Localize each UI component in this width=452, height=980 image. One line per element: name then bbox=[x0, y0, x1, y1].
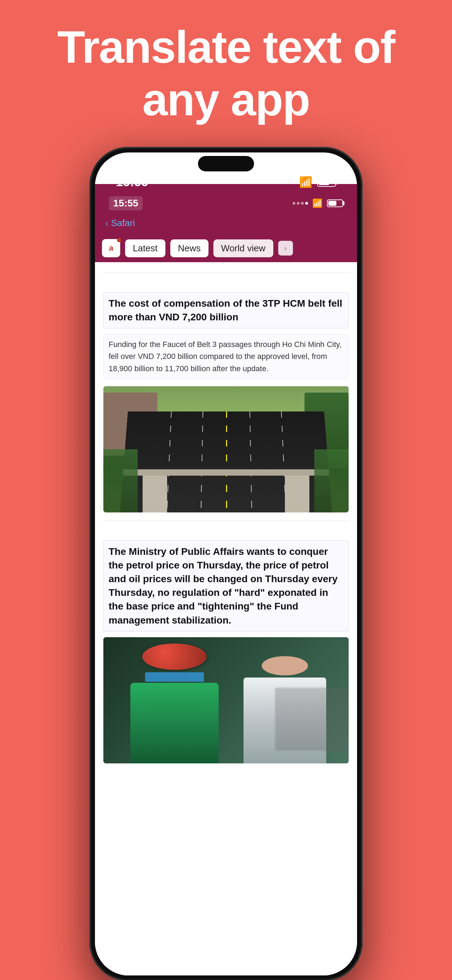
tab-latest[interactable]: Latest bbox=[125, 239, 166, 257]
frame-wifi-icon: 📶 bbox=[299, 176, 312, 188]
tab-more-icon[interactable]: › bbox=[278, 241, 293, 256]
safari-back-bar: ‹ Safari bbox=[95, 216, 357, 234]
back-chevron-icon: ‹ bbox=[105, 218, 108, 228]
frame-status-bar: 15:55 📶 bbox=[95, 168, 357, 196]
article-2-image bbox=[103, 637, 349, 764]
spacer-2 bbox=[95, 273, 357, 283]
spacer-top bbox=[95, 262, 357, 273]
phone-frame: 15:55 📶 bbox=[89, 147, 363, 980]
frame-signal bbox=[275, 180, 294, 184]
phone-wrapper: 15:55 📶 bbox=[0, 140, 452, 980]
article-1: The cost of compensation of the 3TP HCM … bbox=[95, 283, 357, 512]
app-status-icons: 📶 bbox=[293, 198, 343, 208]
article-2-title: The Ministry of Public Affairs wants to … bbox=[103, 540, 349, 632]
article-2: The Ministry of Public Affairs wants to … bbox=[95, 532, 357, 764]
app-time: 15:55 bbox=[109, 196, 143, 210]
phone-screen: 15:55 📶 bbox=[95, 153, 357, 975]
app-battery-icon bbox=[327, 199, 343, 207]
article-1-image bbox=[103, 386, 349, 512]
tab-worldview[interactable]: World view bbox=[213, 239, 273, 257]
tab-news[interactable]: News bbox=[170, 239, 208, 257]
dynamic-island bbox=[198, 156, 254, 172]
app-background: Translate text of any app 15:55 📶 bbox=[0, 0, 452, 980]
headline-text: Translate text of any app bbox=[28, 21, 424, 126]
spacer-3 bbox=[95, 521, 357, 532]
nav-tabs-bar: a Latest News World view › bbox=[95, 234, 357, 262]
screen-content: 15:55 📶 bbox=[95, 153, 357, 975]
article-1-body: Funding for the Faucet of Belt 3 passage… bbox=[103, 334, 349, 379]
frame-time: 15:55 bbox=[116, 175, 148, 189]
motorcycle-visual bbox=[103, 637, 349, 764]
app-wifi-icon: 📶 bbox=[312, 198, 323, 208]
highway-visual bbox=[103, 386, 349, 512]
article-1-title: The cost of compensation of the 3TP HCM … bbox=[103, 292, 349, 328]
frame-battery-icon bbox=[317, 177, 336, 187]
app-signal bbox=[293, 202, 308, 205]
content-area: The cost of compensation of the 3TP HCM … bbox=[95, 262, 357, 975]
safari-back-label: Safari bbox=[111, 218, 135, 229]
headline-section: Translate text of any app bbox=[0, 0, 452, 140]
translate-a-icon[interactable]: a bbox=[102, 239, 120, 257]
frame-icons: 📶 bbox=[275, 176, 336, 188]
